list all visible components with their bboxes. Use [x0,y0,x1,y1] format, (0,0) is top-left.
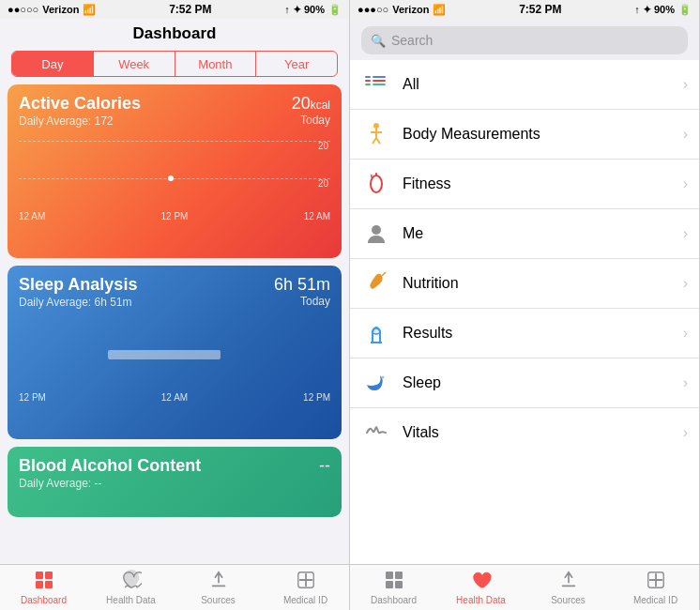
tab-dashboard-label-right: Dashboard [371,595,417,605]
search-icon: 🔍 [371,34,386,48]
list-label-all: All [403,76,683,93]
tab-medicalid-right[interactable]: Medical ID [612,565,699,610]
tab-medicalid-label-right: Medical ID [633,595,677,605]
svg-rect-23 [386,572,393,579]
chevron-all: › [683,76,688,93]
chart-dashed-top [19,141,330,142]
blood-avg: Daily Average: -- [19,477,201,490]
heart-icon-right [471,570,492,593]
fitness-icon-wrap [361,169,391,199]
tab-healthdata-left[interactable]: Health Data [87,565,175,610]
results-icon-wrap [361,318,391,348]
search-bar[interactable]: 🔍 Search [361,26,688,54]
time-segment-control[interactable]: Day Week Month Year [11,51,338,77]
sources-icon-left [208,570,229,593]
svg-rect-24 [395,572,403,579]
fitness-icon [363,171,389,197]
tab-medicalid-left[interactable]: Medical ID [262,565,349,610]
body-icon [363,121,389,147]
chart-dashed-bottom [19,178,330,179]
chevron-vitals: › [683,424,688,441]
svg-rect-7 [365,84,371,85]
nutrition-icon-wrap [361,268,391,298]
blood-header: Blood Alcohol Content Daily Average: -- … [8,447,342,490]
tab-healthdata-label-right: Health Data [456,595,506,605]
svg-rect-25 [386,581,393,588]
right-tab-bar: Dashboard Health Data Sources [350,564,699,610]
chevron-body: › [683,126,688,143]
tab-sources-right[interactable]: Sources [525,565,612,610]
sleep-value: 6h 51m [274,275,330,295]
all-icon-wrap [361,69,391,99]
svg-rect-2 [36,581,43,588]
tab-healthdata-right[interactable]: Health Data [437,565,525,610]
health-category-list: All › Body Measurements › [350,60,699,564]
list-item-me[interactable]: Me › [350,209,699,259]
svg-point-18 [372,225,381,235]
chevron-nutrition: › [683,275,688,292]
chevron-sleep: › [683,374,688,391]
list-item-all[interactable]: All › [350,60,699,110]
svg-rect-3 [45,581,53,588]
vitals-icon [363,419,389,446]
cards-scroll: Active Calories Daily Average: 172 20kca… [0,84,349,564]
tab-healthdata-label-left: Health Data [106,595,156,605]
dashboard-icon-right [384,570,404,593]
sleep-card[interactable]: Sleep Analysis Daily Average: 6h 51m 6h … [8,266,342,439]
heart-icon-left [121,570,142,593]
sleep-icon [363,370,389,396]
calories-chart: 20 20 12 AM 12 PM 12 AM [8,131,342,225]
list-item-results[interactable]: Results › [350,309,699,358]
calories-time: Today [292,114,330,127]
svg-rect-6 [365,80,371,82]
search-placeholder: Search [391,33,433,48]
tab-dashboard-left[interactable]: Dashboard [0,565,87,610]
seg-month[interactable]: Month [175,52,257,76]
chevron-fitness: › [683,175,688,192]
chevron-me: › [683,225,688,242]
blood-card[interactable]: Blood Alcohol Content Daily Average: -- … [8,447,342,517]
list-item-nutrition[interactable]: Nutrition › [350,259,699,309]
sleep-time: Today [274,295,330,308]
sources-icon-right [558,570,579,593]
svg-rect-0 [36,572,43,579]
tab-sources-label-right: Sources [551,595,586,605]
list-item-fitness[interactable]: Fitness › [350,160,699,209]
list-label-body: Body Measurements [403,126,683,143]
svg-rect-5 [365,76,371,78]
list-item-body[interactable]: Body Measurements › [350,110,699,160]
status-time-left: 7:52 PM [169,3,211,16]
all-icon [363,71,389,98]
nutrition-icon [363,270,389,297]
dashboard-title: Dashboard [0,19,349,47]
calories-title: Active Calories [19,94,141,114]
list-label-sleep: Sleep [403,374,683,391]
active-calories-card[interactable]: Active Calories Daily Average: 172 20kca… [8,84,342,258]
list-item-sleep[interactable]: Sleep › [350,358,699,408]
tab-sources-left[interactable]: Sources [175,565,262,610]
seg-day[interactable]: Day [12,52,94,76]
dashboard-icon [34,570,54,593]
seg-week[interactable]: Week [94,52,175,76]
svg-line-19 [382,272,386,276]
tab-dashboard-label-left: Dashboard [21,595,67,605]
sleep-time-labels: 12 PM 12 AM 12 PM [8,392,342,403]
list-item-vitals[interactable]: Vitals › [350,408,699,457]
seg-year[interactable]: Year [256,52,337,76]
status-battery-right: ↑ ✦ 90% 🔋 [634,4,692,16]
status-carrier-right: ●●●○○ Verizon 📶 [358,4,446,16]
list-label-vitals: Vitals [403,424,683,441]
calories-avg: Daily Average: 172 [19,114,141,128]
left-panel: ●●○○○ Verizon 📶 7:52 PM ↑ ✦ 90% 🔋 Dashbo… [0,0,350,610]
svg-rect-10 [373,84,386,85]
calories-value: 20kcal [292,94,330,114]
right-panel: ●●●○○ Verizon 📶 7:52 PM ↑ ✦ 90% 🔋 🔍 Sear… [350,0,700,610]
vitals-icon-wrap [361,418,391,448]
list-label-results: Results [403,325,683,342]
chevron-results: › [683,325,688,342]
calories-time-labels: 12 AM 12 PM 12 AM [8,211,342,221]
tab-dashboard-right[interactable]: Dashboard [350,565,437,610]
svg-point-11 [373,123,379,129]
search-wrap: 🔍 Search [350,19,699,60]
calories-header: Active Calories Daily Average: 172 20kca… [8,84,342,128]
